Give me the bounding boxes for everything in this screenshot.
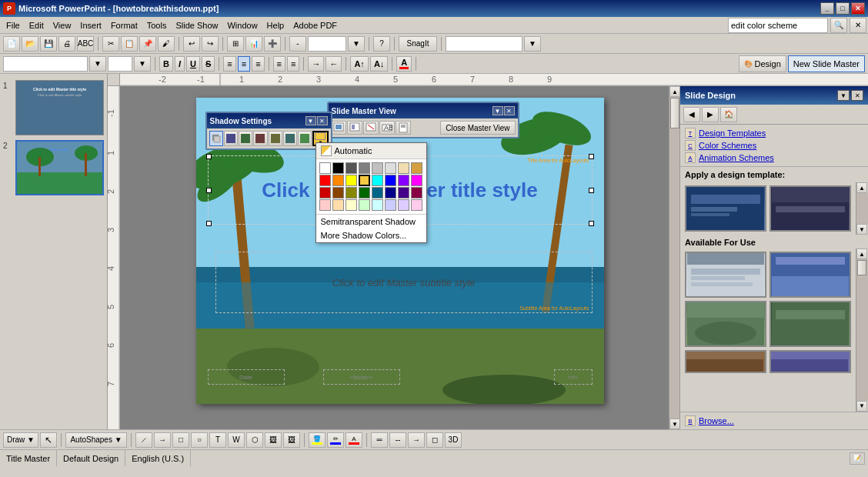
panel-home-btn[interactable]: 🏠: [720, 107, 737, 122]
align-left-btn[interactable]: ≡: [223, 56, 235, 72]
color-teal[interactable]: [372, 187, 383, 198]
dash-style-btn[interactable]: --: [389, 432, 406, 448]
color-pink[interactable]: [411, 199, 422, 211]
zoom-out-btn[interactable]: -: [289, 36, 306, 52]
design-templates-link[interactable]: T Design Templates: [685, 128, 863, 138]
menu-window[interactable]: Window: [222, 19, 262, 32]
color-red[interactable]: [319, 175, 331, 186]
insert-chart-btn[interactable]: 📊: [245, 36, 262, 52]
color-dark-purple[interactable]: [398, 187, 409, 198]
3d-btn[interactable]: 3D: [445, 432, 462, 448]
available-scroll-down[interactable]: ▼: [856, 401, 867, 412]
align-center-btn[interactable]: ≡: [238, 56, 250, 72]
insert-table-btn[interactable]: ⊞: [227, 36, 244, 52]
copy-btn[interactable]: 📋: [121, 36, 138, 52]
templates-scrollbar[interactable]: ▲ ▼: [856, 182, 868, 235]
shadow-color5-btn[interactable]: [283, 131, 297, 146]
new-slide-master-button[interactable]: New Slide Master: [788, 55, 865, 72]
menu-help[interactable]: Help: [262, 19, 289, 32]
slide-thumb-1[interactable]: Click to edit Master title style Click t…: [15, 80, 104, 135]
color-black[interactable]: [332, 162, 344, 174]
italic-btn[interactable]: I: [175, 56, 185, 72]
cut-btn[interactable]: ✂: [102, 36, 119, 52]
handle-mr[interactable]: [589, 188, 594, 193]
decrease-indent-btn[interactable]: ←: [326, 56, 342, 72]
align-right-btn[interactable]: ≡: [252, 56, 264, 72]
shadow-toolbar-close-btn[interactable]: ✕: [317, 116, 328, 125]
templates-scroll-down[interactable]: ▼: [856, 224, 867, 235]
color-selected-yellow[interactable]: [359, 175, 370, 186]
line-color-btn[interactable]: ✏: [327, 432, 344, 448]
numbering-btn[interactable]: ≡: [287, 56, 299, 72]
available-scroll-thumb[interactable]: [857, 260, 866, 275]
underline-btn[interactable]: U: [186, 56, 200, 72]
color-dark-red[interactable]: [319, 187, 331, 198]
slide-master-toolbar-header[interactable]: Slide Master View ▼ ✕: [329, 103, 518, 118]
bold-btn[interactable]: B: [159, 56, 173, 72]
color-light-cyan[interactable]: [372, 199, 383, 211]
page-number-area[interactable]: <#>: [554, 369, 593, 385]
canvas-container[interactable]: Click to edit Master title style Title A…: [120, 86, 679, 429]
color-dark-green[interactable]: [359, 187, 370, 198]
save-btn[interactable]: 💾: [40, 36, 57, 52]
scroll-thumb[interactable]: [670, 98, 679, 128]
textbox-tool-btn[interactable]: T: [209, 432, 226, 448]
sm-insert-layout-btn[interactable]: [347, 121, 362, 135]
color-peach[interactable]: [332, 199, 344, 211]
menu-adobepdf[interactable]: Adobe PDF: [289, 19, 342, 32]
zoom-input[interactable]: 56%: [308, 36, 346, 52]
bullets-btn[interactable]: ≡: [273, 56, 285, 72]
oval-tool-btn[interactable]: ○: [191, 432, 208, 448]
handle-tl[interactable]: [206, 154, 212, 159]
color-dark-magenta[interactable]: [411, 187, 422, 198]
increase-indent-btn[interactable]: →: [308, 56, 324, 72]
handle-ml[interactable]: [206, 188, 212, 193]
color-olive[interactable]: [346, 187, 357, 198]
browse-button[interactable]: B Browse...: [680, 412, 868, 430]
semitransparent-shadow-option[interactable]: Semitransparent Shadow: [316, 214, 426, 228]
more-shadow-colors-option[interactable]: More Shadow Colors...: [316, 228, 426, 242]
color-lavender[interactable]: [398, 199, 409, 211]
redo-btn[interactable]: ↪: [202, 36, 219, 52]
color-blue[interactable]: [385, 175, 396, 186]
font-color-draw-btn[interactable]: A: [346, 432, 362, 448]
color-purple[interactable]: [398, 175, 409, 186]
sm-preserve-master-btn[interactable]: [396, 121, 411, 135]
font-size-decrease-btn[interactable]: A↓: [370, 56, 388, 72]
arrow-style-btn[interactable]: →: [408, 432, 425, 448]
sm-insert-master-btn[interactable]: [331, 121, 346, 135]
color-light-yellow[interactable]: [346, 199, 357, 211]
color-tan[interactable]: [398, 162, 409, 174]
date-area[interactable]: Date: [208, 369, 285, 385]
snagit-btn[interactable]: SnagIt: [399, 36, 437, 52]
available-thumb-2[interactable]: [770, 252, 851, 298]
color-gold-dark[interactable]: [411, 162, 422, 174]
open-btn[interactable]: 📂: [22, 36, 38, 52]
menu-format[interactable]: Format: [106, 19, 142, 32]
color-white[interactable]: [319, 162, 331, 174]
available-thumb-6[interactable]: [770, 350, 851, 373]
line-style-btn[interactable]: ═: [371, 432, 388, 448]
search-button[interactable]: 🔍: [830, 18, 847, 33]
color-orange[interactable]: [332, 175, 344, 186]
canvas-vertical-scrollbar[interactable]: ▲ ▼: [669, 86, 679, 429]
close-button[interactable]: ✕: [851, 2, 865, 15]
available-thumb-3[interactable]: [685, 301, 766, 347]
format-painter-btn[interactable]: 🖌: [158, 36, 175, 52]
wordart-btn[interactable]: W: [228, 432, 245, 448]
available-thumb-1[interactable]: [685, 252, 766, 298]
panel-close-btn[interactable]: ✕: [851, 90, 863, 101]
animation-schemes-link[interactable]: A Animation Schemes: [685, 152, 863, 163]
scroll-down-btn[interactable]: ▼: [669, 419, 679, 429]
panel-dropdown-btn[interactable]: ▼: [837, 90, 850, 101]
color-dark-blue[interactable]: [385, 187, 396, 198]
new-btn[interactable]: 📄: [3, 36, 20, 52]
color-magenta[interactable]: [411, 175, 422, 186]
shadow-on-btn[interactable]: [209, 131, 223, 146]
handle-br[interactable]: [589, 221, 594, 226]
available-thumb-4[interactable]: [770, 301, 851, 347]
close-search-button[interactable]: ✕: [850, 18, 866, 33]
slide-master-close-x-btn[interactable]: ✕: [504, 106, 515, 115]
rect-tool-btn[interactable]: □: [172, 432, 189, 448]
panel-back-btn[interactable]: ◀: [683, 107, 700, 122]
